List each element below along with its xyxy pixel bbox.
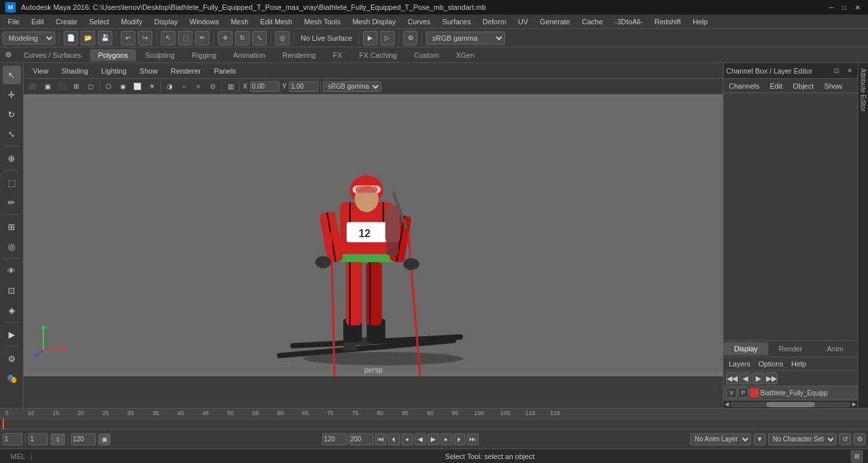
vp-menu-panels[interactable]: Panels [210, 66, 240, 76]
prev-frame-btn[interactable]: ◂ [401, 433, 413, 445]
play-back-btn[interactable]: ◀ [414, 433, 426, 445]
sub-object[interactable]: Object [790, 81, 816, 91]
ipr-button[interactable]: ▷ [380, 31, 395, 45]
undo-button[interactable]: ↩ [121, 31, 135, 45]
lasso-tool[interactable]: ⬚ [3, 173, 21, 192]
menu-3dtoall[interactable]: -3DtoAll- [609, 16, 648, 27]
menu-windows[interactable]: Windows [184, 16, 225, 27]
playback-speed-input[interactable] [349, 433, 374, 445]
film-gate-btn[interactable]: ▣ [41, 80, 54, 93]
soft-mod[interactable]: ◎ [3, 237, 21, 255]
scale-tool-lt[interactable]: ⤡ [3, 125, 21, 143]
paint-tool[interactable]: ✏ [3, 193, 21, 211]
mode-gear-icon[interactable]: ⚙ [3, 49, 14, 61]
menu-edit-mesh[interactable]: Edit Mesh [255, 16, 297, 27]
char-set-select[interactable]: No Character Set [768, 433, 836, 445]
tab-custom[interactable]: Custom [406, 49, 447, 61]
vp-menu-lighting[interactable]: Lighting [97, 66, 131, 76]
viewport-content[interactable]: 12 [24, 95, 723, 376]
display-settings-button[interactable]: ⚙ [403, 31, 418, 45]
timeline-track[interactable] [0, 419, 868, 429]
tab-fx-caching[interactable]: FX Caching [351, 49, 404, 61]
menu-generate[interactable]: Generate [534, 16, 575, 27]
sub-show[interactable]: Show [821, 81, 845, 91]
tab-curves-surfaces[interactable]: Curves / Surfaces [16, 49, 89, 61]
status-icon[interactable]: ⊞ [851, 451, 863, 462]
anim-layer-options-btn[interactable]: ▼ [754, 433, 766, 445]
tab-fx[interactable]: FX [325, 49, 350, 61]
range-end-input[interactable] [71, 433, 96, 445]
resolution-gate-btn[interactable]: ⬛ [55, 80, 68, 93]
render-btn[interactable]: ▶ [3, 325, 21, 343]
paint-select-button[interactable]: ✏ [195, 31, 209, 45]
tab-polygons[interactable]: Polygons [90, 49, 135, 61]
rotate-tool-lt[interactable]: ↻ [3, 105, 21, 123]
tab-animation[interactable]: Animation [225, 49, 273, 61]
tab-sculpting[interactable]: Sculpting [137, 49, 183, 61]
select-tool-lt[interactable]: ↖ [3, 66, 21, 84]
tab-rendering[interactable]: Rendering [274, 49, 324, 61]
layers-menu-layers[interactable]: Layers [726, 359, 753, 369]
menu-mesh-display[interactable]: Mesh Display [347, 16, 401, 27]
tool-settings[interactable]: ⚙ [3, 349, 21, 368]
layers-menu-help[interactable]: Help [789, 359, 809, 369]
menu-redshift[interactable]: Redshift [649, 16, 686, 27]
tab-render[interactable]: Render [768, 342, 813, 355]
ao-btn[interactable]: ○ [177, 80, 190, 93]
save-scene-button[interactable]: 💾 [98, 31, 112, 45]
menu-curves[interactable]: Curves [402, 16, 436, 27]
mode-selector[interactable]: Modeling [3, 32, 55, 45]
maximize-button[interactable]: □ [839, 2, 850, 12]
layer-item[interactable]: V P Biathlete_Fully_Equipp [724, 386, 857, 400]
menu-modify[interactable]: Modify [116, 16, 147, 27]
sub-edit[interactable]: Edit [767, 81, 785, 91]
layer-color-swatch[interactable] [750, 388, 759, 397]
menu-display[interactable]: Display [149, 16, 183, 27]
vp-menu-shading[interactable]: Shading [58, 66, 92, 76]
layer-visibility-btn[interactable]: V [726, 387, 737, 398]
x-input[interactable] [250, 81, 280, 92]
tab-xgen[interactable]: XGen [448, 49, 482, 61]
screen-space-btn[interactable]: ▥ [224, 80, 237, 93]
menu-mesh-tools[interactable]: Mesh Tools [299, 16, 345, 27]
menu-edit[interactable]: Edit [26, 16, 49, 27]
char-set-options-btn[interactable]: ⚙ [854, 433, 865, 445]
soft-select-button[interactable]: ◎ [275, 31, 290, 45]
minimize-button[interactable]: ─ [826, 2, 836, 12]
playback-start-input[interactable] [322, 433, 347, 445]
field-chart-btn[interactable]: ⊞ [70, 80, 83, 93]
layer-arrow-next[interactable]: ▶ [752, 372, 764, 384]
menu-select[interactable]: Select [84, 16, 115, 27]
go-end-btn[interactable]: ⏭ [467, 433, 479, 445]
frame-all[interactable]: ⊡ [3, 281, 21, 299]
play-fwd-btn[interactable]: ▶ [427, 433, 439, 445]
move-tool-button[interactable]: ✛ [218, 31, 232, 45]
menu-mesh[interactable]: Mesh [225, 16, 253, 27]
sub-channels[interactable]: Channels [726, 81, 762, 91]
timeline-ruler[interactable]: 5 10 15 20 25 30 35 40 45 50 55 60 65 70… [0, 408, 868, 419]
rotate-tool-button[interactable]: ↻ [235, 31, 250, 45]
layer-arrow-next-next[interactable]: ▶▶ [766, 372, 777, 384]
layers-menu-options[interactable]: Options [756, 359, 786, 369]
go-start-btn[interactable]: ⏮ [375, 433, 387, 445]
layer-playback-btn[interactable]: P [738, 387, 749, 398]
close-button[interactable]: ✕ [852, 2, 863, 12]
show-hide[interactable]: 👁 [3, 261, 21, 280]
wireframe-btn[interactable]: ⬡ [102, 80, 115, 93]
motion-blur-btn[interactable]: ≈ [192, 80, 205, 93]
vp-menu-show[interactable]: Show [136, 66, 162, 76]
move-tool-lt[interactable]: ✛ [3, 85, 21, 104]
isolate[interactable]: ◈ [3, 301, 21, 319]
scroll-thumb[interactable] [766, 402, 815, 407]
start-frame-input[interactable] [28, 433, 48, 445]
scroll-right-btn[interactable]: ▶ [852, 401, 856, 407]
panel-float-btn[interactable]: ⊡ [831, 66, 842, 76]
next-frame-btn[interactable]: ▸ [441, 433, 452, 445]
gamma-vp-select[interactable]: sRGB gamma [323, 81, 381, 92]
vp-menu-renderer[interactable]: Renderer [167, 66, 205, 76]
layer-arrow-prev-prev[interactable]: ◀◀ [726, 372, 738, 384]
step-fwd-btn[interactable]: ⏵ [454, 433, 466, 445]
panel-close-btn[interactable]: ✕ [844, 66, 855, 76]
menu-help[interactable]: Help [687, 16, 713, 27]
anim-layer-select[interactable]: No Anim Layer [690, 433, 751, 445]
